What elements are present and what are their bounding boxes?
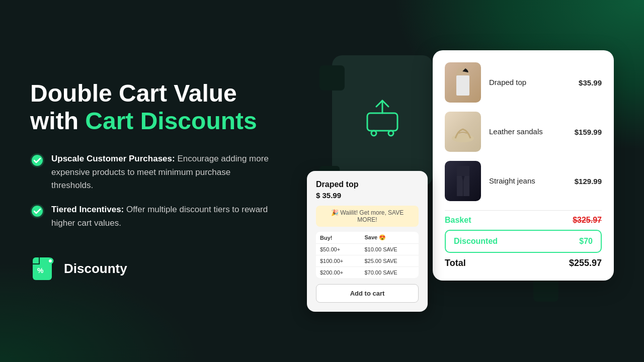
svg-rect-11 [456, 75, 469, 96]
table-header-buy: Buy! [316, 232, 360, 244]
svg-point-9 [371, 131, 376, 136]
cart-summary: Draped top $35.99 Leather sanda [433, 50, 614, 281]
table-row: $50.00+ $10.00 SAVE [316, 244, 419, 255]
popup-price: $ 35.99 [316, 191, 419, 200]
table-cell-save-1: $25.00 SAVE [360, 255, 419, 267]
add-to-cart-button[interactable]: Add to cart [316, 284, 419, 303]
discounted-label: Discounted [454, 237, 498, 246]
basket-label: Basket [445, 216, 471, 225]
logo-text: Discounty [64, 261, 127, 277]
svg-point-1 [32, 155, 43, 166]
popup-discount-table: Buy! Save 😍 $50.00+ $10.00 SAVE $100.00+… [316, 232, 419, 278]
cart-item-price-0: $35.99 [579, 78, 602, 87]
features-list: Upscale Customer Purchases: Encourage ad… [30, 152, 272, 230]
svg-point-6 [49, 259, 52, 262]
cart-item-img-draped [445, 62, 481, 103]
total-label: Total [445, 258, 466, 268]
headline-line2-highlight: Cart Discounts [85, 108, 257, 134]
product-popup: Draped top $ 35.99 🎉 Waiilit! Get more, … [307, 171, 428, 312]
feature-text-2: Tiered Incentives: Offer multiple discou… [51, 203, 272, 230]
cart-item-img-sandals [445, 112, 481, 152]
table-cell-save-2: $70.00 SAVE [360, 267, 419, 279]
table-cell-buy-2: $200.00+ [316, 267, 360, 279]
cart-item-price-1: $159.99 [575, 128, 602, 136]
cart-item-price-2: $129.99 [575, 177, 602, 186]
cart-bg-panel [332, 55, 433, 186]
left-section: Double Cart Value with Cart Discounts Up… [30, 79, 292, 283]
headline-line2-prefix: with [30, 108, 85, 134]
right-section: Draped top $ 35.99 🎉 Waiilit! Get more, … [292, 40, 614, 322]
svg-text:%: % [37, 266, 44, 275]
table-row: $100.00+ $25.00 SAVE [316, 255, 419, 267]
cart-item-info-jeans: Straight jeans [489, 176, 567, 186]
svg-point-3 [32, 206, 43, 217]
table-row: $200.00+ $70.00 SAVE [316, 267, 419, 279]
cart-item-draped: Draped top $35.99 [445, 62, 602, 103]
logo-icon: % [30, 255, 58, 283]
cart-item-info-draped: Draped top [489, 78, 571, 87]
check-icon-1 [30, 153, 44, 167]
svg-rect-8 [367, 113, 397, 131]
svg-point-12 [452, 134, 474, 142]
popup-promo-banner: 🎉 Waiilit! Get more, SAVE MORE! [316, 206, 419, 227]
svg-point-10 [388, 131, 393, 136]
feature-item-1: Upscale Customer Purchases: Encourage ad… [30, 152, 272, 192]
discounted-amount: $70 [579, 237, 593, 246]
cart-item-info-sandals: Leather sandals [489, 127, 567, 136]
check-icon-2 [30, 204, 44, 218]
cart-item-name-2: Straight jeans [489, 176, 535, 185]
total-row: Total $255.97 [445, 258, 602, 268]
total-amount: $255.97 [569, 258, 602, 268]
cart-icon [357, 96, 408, 146]
table-cell-save-0: $10.00 SAVE [360, 244, 419, 255]
feature-title-1: Upscale Customer Purchases: [51, 154, 175, 163]
headline: Double Cart Value with Cart Discounts [30, 79, 272, 135]
discounted-row: Discounted $70 [445, 230, 602, 253]
basket-original-price: $325.97 [573, 216, 602, 225]
table-cell-buy-0: $50.00+ [316, 244, 360, 255]
dark-square-top-left [319, 65, 345, 90]
cart-divider [445, 210, 602, 211]
cart-item-name-0: Draped top [489, 78, 526, 86]
cart-item-jeans: Straight jeans $129.99 [445, 161, 602, 201]
cart-item-name-1: Leather sandals [489, 127, 543, 136]
table-header-save: Save 😍 [360, 232, 419, 244]
feature-text-1: Upscale Customer Purchases: Encourage ad… [51, 152, 272, 192]
cart-item-img-jeans [445, 161, 481, 201]
cart-item-sandals: Leather sandals $159.99 [445, 112, 602, 152]
headline-line1: Double Cart Value [30, 80, 237, 107]
feature-title-2: Tiered Incentives: [51, 205, 124, 214]
table-cell-buy-1: $100.00+ [316, 255, 360, 267]
popup-product-name: Draped top [316, 180, 419, 189]
logo: % Discounty [30, 255, 272, 283]
feature-item-2: Tiered Incentives: Offer multiple discou… [30, 203, 272, 230]
basket-row: Basket $325.97 [445, 216, 602, 225]
